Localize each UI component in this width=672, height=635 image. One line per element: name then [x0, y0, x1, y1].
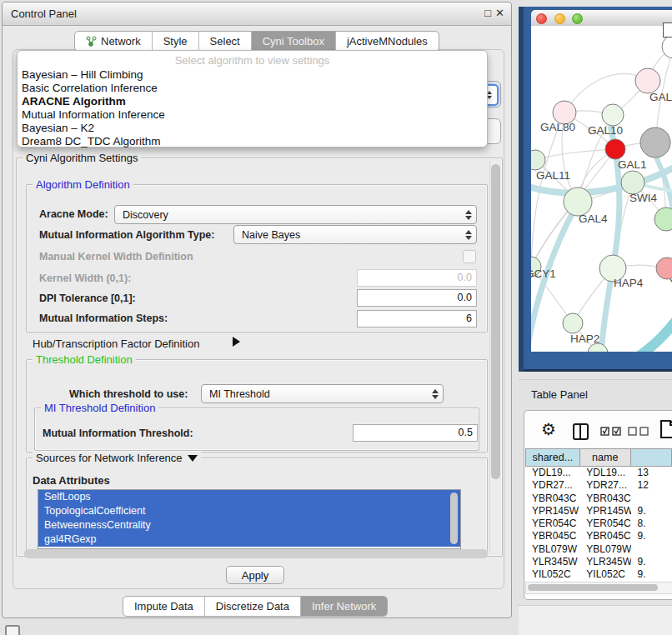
data-attribute-item[interactable]: gal4RGexp — [38, 532, 460, 547]
which-threshold-value: MI Threshold — [202, 388, 428, 400]
tab-jactivemnodules[interactable]: jActiveMNodules — [336, 32, 439, 51]
close-traffic-light-icon[interactable] — [536, 13, 547, 24]
table-panel-titlebar: Table Panel — [519, 379, 672, 408]
mi-type-combo[interactable]: Naive Bayes — [233, 225, 477, 244]
checked-columns-icon[interactable] — [600, 427, 622, 436]
settings-vertical-scrollbar[interactable] — [489, 161, 501, 551]
data-attributes-list[interactable]: SelfLoopsTopologicalCoefficientBetweenne… — [38, 489, 461, 549]
aracne-mode-value: Discovery — [115, 209, 461, 221]
minimize-traffic-light-icon[interactable] — [554, 13, 565, 24]
network-edge-thick[interactable] — [618, 316, 672, 352]
table-cell: 9. — [631, 530, 672, 542]
table-cell: YBR043C — [579, 492, 630, 505]
table-row[interactable]: YIL052CYIL052C9. — [525, 568, 672, 581]
table-cell: 9. — [631, 556, 672, 568]
settings-vertical-scrollbar-thumb[interactable] — [491, 164, 500, 479]
table-row[interactable]: YBR043CYBR043C — [525, 492, 672, 505]
tab-style[interactable]: Style — [153, 32, 199, 51]
table-cell: YDL19... — [579, 467, 630, 479]
algorithm-option[interactable]: ARACNE Algorithm — [22, 95, 483, 108]
table-column-header[interactable]: name — [580, 448, 631, 467]
table-column-header[interactable]: shared... — [525, 448, 580, 467]
network-node-hap2[interactable] — [563, 313, 583, 333]
tab-select[interactable]: Select — [199, 32, 252, 51]
mi-threshold-field[interactable]: 0.5 — [353, 424, 478, 442]
network-node-gal10[interactable] — [602, 104, 624, 126]
apply-button[interactable]: Apply — [226, 566, 284, 584]
manual-kernel-checkbox[interactable] — [463, 250, 476, 263]
table-row[interactable]: YBR045CYBR045C9. — [525, 530, 672, 542]
list-scrollbar-thumb[interactable] — [450, 492, 458, 544]
settings-horizontal-scrollbar-thumb[interactable] — [24, 549, 488, 558]
aracne-mode-label: Aracne Mode: — [39, 208, 108, 220]
table-cell: 8. — [631, 518, 672, 530]
aracne-mode-combo[interactable]: Discovery — [114, 205, 477, 224]
table-cell: YER054C — [525, 518, 579, 530]
combo-stepper-icon — [428, 389, 443, 399]
float-icon[interactable]: □ — [484, 7, 491, 19]
which-threshold-label: Which threshold to use: — [69, 388, 188, 400]
mi-type-label: Mutual Information Algorithm Type: — [39, 229, 214, 241]
network-node-label: HAP4 — [614, 277, 644, 289]
birdseye-toggle[interactable] — [663, 22, 672, 38]
collapse-arrow-icon[interactable] — [233, 337, 240, 347]
tab-cyni-toolbox[interactable]: Cyni Toolbox — [252, 32, 336, 51]
tab-infer-network[interactable]: Infer Network — [301, 597, 387, 616]
tab-network[interactable]: Network — [75, 32, 153, 51]
network-edge-thick[interactable] — [601, 126, 619, 352]
algorithm-option[interactable]: Bayesian – Hill Climbing — [22, 68, 483, 82]
table-row[interactable]: YBL079WYBL079W — [525, 543, 672, 556]
table-column-header[interactable] — [631, 448, 672, 467]
tab-discretize-data[interactable]: Discretize Data — [205, 597, 301, 616]
dpi-tolerance-field[interactable]: 0.0 — [357, 289, 477, 307]
network-node[interactable] — [654, 208, 672, 231]
network-node-gal1[interactable] — [605, 139, 625, 159]
unchecked-columns-icon[interactable] — [628, 427, 649, 436]
table-row[interactable]: YDR27...YDR27...12 — [525, 479, 672, 492]
table-horizontal-scrollbar[interactable] — [525, 582, 672, 594]
table-scrollbar-thumb[interactable] — [528, 584, 658, 591]
close-icon[interactable]: ✕ — [495, 7, 504, 19]
algorithm-option[interactable]: Bayesian – K2 — [22, 122, 483, 135]
top-tab-bar: NetworkStyleSelectCyni ToolboxjActiveMNo… — [74, 31, 439, 52]
data-attribute-item[interactable]: TopologicalCoefficient — [38, 504, 460, 518]
network-node[interactable] — [640, 128, 670, 158]
table-cell: YDR27... — [525, 479, 579, 492]
data-attribute-item[interactable]: BetweennessCentrality — [38, 518, 460, 532]
network-node-label: GAL11 — [536, 169, 570, 182]
table-cell: 9. — [631, 505, 672, 518]
expand-arrow-icon[interactable] — [188, 455, 198, 462]
table-row[interactable]: YLR345WYLR345W9. — [525, 556, 672, 568]
combo-stepper-icon — [461, 210, 476, 220]
network-node-gal[interactable] — [635, 68, 660, 93]
document-icon[interactable] — [659, 419, 672, 439]
table-row[interactable]: YPR145WYPR145W9. — [525, 505, 672, 518]
table-cell: 9. — [631, 568, 672, 581]
network-node-gal4[interactable] — [564, 188, 592, 216]
table-panel-title: Table Panel — [531, 388, 588, 401]
table-header-row: shared...name — [525, 448, 672, 467]
network-node-label: GAL80 — [540, 121, 575, 133]
dock-corner-icon[interactable] — [5, 625, 20, 635]
tab-impute-data[interactable]: Impute Data — [123, 597, 205, 616]
network-node-swi4[interactable] — [621, 171, 644, 194]
algorithm-option[interactable]: Dream8 DC_TDC Algorithm — [22, 135, 483, 148]
algorithm-option[interactable]: Mutual Information Inference — [22, 108, 483, 122]
mi-steps-field[interactable]: 6 — [357, 310, 477, 328]
gear-icon[interactable]: ⚙ — [541, 421, 556, 438]
hub-definition-label[interactable]: Hub/Transcription Factor Definition — [33, 338, 199, 350]
split-view-icon[interactable] — [573, 423, 589, 440]
network-canvas[interactable]: GALGAL80GAL10GAL1GAL11SWI4GAL4GCY1HAP4YH… — [531, 26, 672, 352]
settings-group-title: Cyni Algorithm Settings — [23, 152, 141, 164]
table-row[interactable]: YER054CYER054C8. — [525, 518, 672, 530]
data-attribute-item[interactable]: SelfLoops — [38, 490, 460, 504]
network-node-label: GAL — [649, 91, 672, 103]
network-window-titlebar[interactable] — [531, 10, 672, 27]
kernel-width-field[interactable]: 0.0 — [357, 269, 477, 287]
algorithm-option[interactable]: Basic Correlation Inference — [22, 82, 483, 95]
sources-group-title-wrap: Sources for Network Inference — [33, 452, 201, 464]
zoom-traffic-light-icon[interactable] — [572, 13, 583, 24]
algorithm-definition-title: Algorithm Definition — [33, 178, 133, 191]
which-threshold-combo[interactable]: MI Threshold — [201, 384, 444, 403]
table-row[interactable]: YDL19...YDL19...13 — [525, 467, 672, 479]
